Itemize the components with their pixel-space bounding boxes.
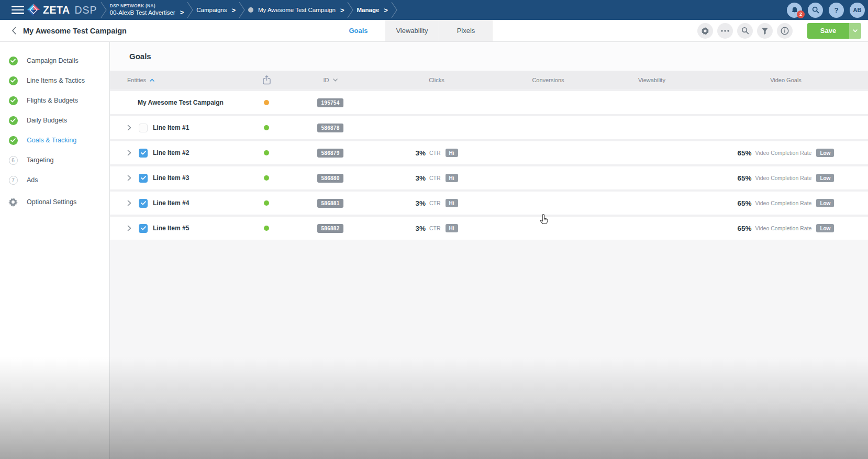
breadcrumb-item[interactable]: DSP NETWORK (NA)00-AlexB Test Advertiser… [108,3,186,17]
expand-chevron-icon[interactable] [127,125,132,131]
gear-icon [701,27,709,35]
status-dot [264,150,269,155]
filter-button[interactable] [757,23,773,39]
more-options-button[interactable] [717,23,733,39]
row-checkbox[interactable] [139,224,148,233]
sidebar-item-daily-budgets[interactable]: Daily Budgets [0,110,109,130]
column-conversions[interactable]: Conversions [505,77,591,83]
goal-level-badge: Low [816,199,834,207]
step-number-icon: 7 [8,175,18,185]
status-dot [264,175,269,181]
row-checkbox[interactable] [139,124,148,132]
chevron-right-icon: > [231,6,236,14]
breadcrumb-separator [238,0,246,20]
save-dropdown-button[interactable] [849,23,861,39]
notification-badge: 2 [797,10,805,18]
table-row[interactable]: Line Item #5 586882 3%CTRHi 65%Video Com… [110,217,868,240]
breadcrumb-separator [346,0,354,20]
tab-viewability[interactable]: Viewability [385,20,439,41]
sidebar-item-optional-settings[interactable]: Optional Settings [0,192,109,212]
column-share[interactable] [240,75,293,85]
global-search-button[interactable] [808,3,823,18]
expand-chevron-icon[interactable] [127,150,132,156]
avatar-initials: AB [853,7,862,13]
expand-chevron-icon[interactable] [127,200,132,206]
sort-asc-icon [150,79,154,82]
entity-name: Line Item #2 [153,149,189,156]
expand-chevron-icon[interactable] [127,225,132,231]
chevron-right-icon: > [384,6,388,14]
help-button[interactable]: ? [829,3,844,18]
sidebar-item-campaign-details[interactable]: Campaign Details [0,51,109,71]
search-button[interactable] [737,23,753,39]
table-row[interactable]: Line Item #4 586881 3%CTRHi 65%Video Com… [110,192,868,215]
check-circle-icon [8,56,18,65]
top-nav: ZETA DSP DSP NETWORK (NA)00-AlexB Test A… [0,0,868,20]
brand-dsp: DSP [74,4,97,16]
status-dot [264,100,269,105]
sort-desc-icon [333,79,338,82]
id-badge: 586879 [317,149,343,158]
search-icon [741,27,749,35]
table-row[interactable]: Line Item #2 586879 3%CTRHi 65%Video Com… [110,141,868,164]
tab-goals[interactable]: Goals [331,20,385,41]
sidebar: Campaign DetailsLine Items & TacticsFlig… [0,42,110,459]
clicks-goal-cell: 3%CTRHi [368,174,505,182]
tab-pixels[interactable]: Pixels [439,20,493,41]
row-checkbox[interactable] [139,174,148,183]
table-row[interactable]: Line Item #3 586880 3%CTRHi 65%Video Com… [110,166,868,189]
sidebar-item-flights-budgets[interactable]: Flights & Budgets [0,91,109,110]
video-goal-cell: 65%Video Completion RateLow [713,199,868,207]
goal-level-badge: Hi [446,199,458,207]
nav-actions: 2 ? AB [787,3,865,18]
column-id[interactable]: ID [293,77,368,83]
share-icon [262,75,271,85]
video-goal-cell: 65%Video Completion RateLow [713,224,868,232]
zeta-dsp-logo[interactable]: ZETA DSP [27,3,97,17]
filter-icon [761,27,769,35]
avatar[interactable]: AB [850,3,865,18]
back-chevron-icon [13,28,16,34]
sidebar-item-goals-tracking[interactable]: Goals & Tracking [0,130,109,150]
info-icon [781,27,789,35]
status-dot [264,226,269,231]
id-badge: 586881 [317,199,343,208]
column-entities[interactable]: Entities [110,77,240,83]
save-button[interactable]: Save [807,23,849,39]
notifications-button[interactable]: 2 [787,3,802,18]
menu-icon[interactable] [12,6,24,14]
info-button[interactable] [777,23,793,39]
id-badge: 195754 [317,98,343,107]
id-badge: 586880 [317,174,343,183]
sidebar-item-targeting[interactable]: 6Targeting [0,150,109,170]
table-row[interactable]: Line Item #1 586878 [110,116,868,139]
expand-chevron-icon[interactable] [127,175,132,181]
column-video-goals[interactable]: Video Goals [713,77,868,83]
breadcrumb-item[interactable]: Campaigns> [194,6,238,14]
tab-bar: GoalsViewabilityPixels [331,20,493,41]
column-clicks[interactable]: Clicks [368,77,505,83]
entity-name: Line Item #1 [153,124,189,131]
chevron-down-icon [853,29,858,32]
breadcrumb-item[interactable]: My Awesome Test Campaign> [246,6,346,14]
column-viewability[interactable]: Viewability [591,77,713,83]
section-title: Goals [110,42,868,71]
table-body: My Awesome Test Campaign 195754 Line Ite… [110,89,868,240]
goal-level-badge: Low [816,149,834,157]
sidebar-item-ads[interactable]: 7Ads [0,170,109,190]
row-checkbox[interactable] [139,199,148,208]
zeta-diamond-icon [27,3,40,17]
video-goal-cell: 65%Video Completion RateLow [713,149,868,157]
goal-level-badge: Hi [446,149,458,157]
back-button[interactable] [8,26,19,36]
entity-name: Line Item #3 [153,174,189,182]
brand-zeta: ZETA [43,4,70,16]
table-row[interactable]: My Awesome Test Campaign 195754 [110,91,868,114]
video-goal-cell: 65%Video Completion RateLow [713,174,868,182]
row-checkbox[interactable] [139,149,148,158]
step-number-icon: 6 [8,155,18,165]
breadcrumb-item[interactable]: Manage> [354,6,390,14]
sidebar-item-line-items-tactics[interactable]: Line Items & Tactics [0,71,109,91]
settings-button[interactable] [697,23,713,39]
goal-level-badge: Hi [446,224,458,232]
